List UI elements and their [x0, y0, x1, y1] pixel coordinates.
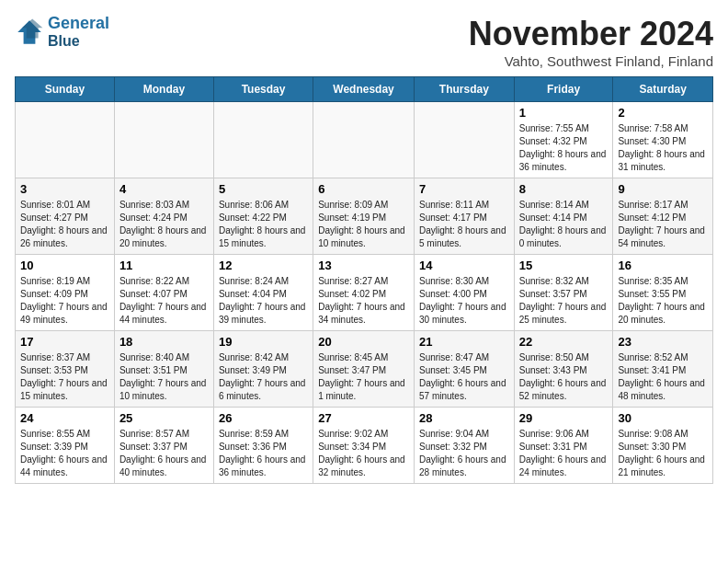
day-number: 2	[618, 106, 708, 120]
day-info: Sunrise: 8:50 AM Sunset: 3:43 PM Dayligh…	[519, 351, 609, 403]
day-number: 11	[119, 259, 209, 272]
weekday-header-saturday: Saturday	[613, 77, 713, 102]
day-number: 10	[20, 259, 109, 272]
day-info: Sunrise: 8:03 AM Sunset: 4:24 PM Dayligh…	[119, 199, 209, 250]
day-info: Sunrise: 8:42 AM Sunset: 3:49 PM Dayligh…	[219, 351, 308, 403]
day-info: Sunrise: 8:14 AM Sunset: 4:14 PM Dayligh…	[519, 199, 609, 250]
day-number: 24	[20, 411, 109, 425]
day-info: Sunrise: 8:17 AM Sunset: 4:12 PM Dayligh…	[618, 199, 708, 250]
day-info: Sunrise: 8:40 AM Sunset: 3:51 PM Dayligh…	[119, 351, 209, 403]
day-info: Sunrise: 8:47 AM Sunset: 3:45 PM Dayligh…	[419, 351, 509, 403]
day-info: Sunrise: 8:30 AM Sunset: 4:00 PM Dayligh…	[419, 275, 509, 327]
day-number: 23	[618, 335, 708, 349]
day-number: 27	[318, 411, 409, 425]
day-number: 17	[20, 335, 109, 349]
weekday-header-tuesday: Tuesday	[213, 77, 313, 102]
day-info: Sunrise: 7:55 AM Sunset: 4:32 PM Dayligh…	[519, 122, 609, 174]
calendar-cell: 2Sunrise: 7:58 AM Sunset: 4:30 PM Daylig…	[613, 102, 713, 178]
logo: General Blue	[15, 15, 109, 49]
day-info: Sunrise: 8:01 AM Sunset: 4:27 PM Dayligh…	[20, 199, 109, 250]
day-info: Sunrise: 9:08 AM Sunset: 3:30 PM Dayligh…	[618, 428, 708, 479]
week-row-4: 17Sunrise: 8:37 AM Sunset: 3:53 PM Dayli…	[16, 331, 713, 408]
day-number: 9	[618, 182, 708, 196]
day-info: Sunrise: 8:45 AM Sunset: 3:47 PM Dayligh…	[318, 351, 409, 403]
calendar-cell: 17Sunrise: 8:37 AM Sunset: 3:53 PM Dayli…	[16, 331, 115, 408]
day-number: 3	[20, 182, 109, 196]
calendar-cell: 16Sunrise: 8:35 AM Sunset: 3:55 PM Dayli…	[613, 255, 713, 331]
day-info: Sunrise: 8:52 AM Sunset: 3:41 PM Dayligh…	[618, 351, 708, 403]
calendar-cell: 24Sunrise: 8:55 AM Sunset: 3:39 PM Dayli…	[16, 408, 115, 484]
calendar-cell: 27Sunrise: 9:02 AM Sunset: 3:34 PM Dayli…	[313, 408, 415, 484]
week-row-1: 1Sunrise: 7:55 AM Sunset: 4:32 PM Daylig…	[16, 102, 713, 178]
calendar-cell: 7Sunrise: 8:11 AM Sunset: 4:17 PM Daylig…	[414, 178, 514, 255]
calendar-cell: 23Sunrise: 8:52 AM Sunset: 3:41 PM Dayli…	[613, 331, 713, 408]
day-number: 16	[618, 259, 708, 272]
calendar-cell: 4Sunrise: 8:03 AM Sunset: 4:24 PM Daylig…	[114, 178, 213, 255]
week-row-5: 24Sunrise: 8:55 AM Sunset: 3:39 PM Dayli…	[16, 408, 713, 484]
day-info: Sunrise: 8:22 AM Sunset: 4:07 PM Dayligh…	[119, 275, 209, 327]
weekday-header-wednesday: Wednesday	[313, 77, 415, 102]
day-number: 8	[519, 182, 609, 196]
calendar-cell: 29Sunrise: 9:06 AM Sunset: 3:31 PM Dayli…	[514, 408, 613, 484]
calendar-cell: 26Sunrise: 8:59 AM Sunset: 3:36 PM Dayli…	[213, 408, 313, 484]
calendar-cell	[414, 102, 514, 178]
day-number: 5	[219, 182, 308, 196]
day-info: Sunrise: 8:59 AM Sunset: 3:36 PM Dayligh…	[219, 428, 308, 479]
day-number: 28	[419, 411, 509, 425]
day-info: Sunrise: 9:02 AM Sunset: 3:34 PM Dayligh…	[318, 428, 409, 479]
day-number: 26	[219, 411, 308, 425]
day-number: 1	[519, 106, 609, 120]
day-info: Sunrise: 9:04 AM Sunset: 3:32 PM Dayligh…	[419, 428, 509, 479]
day-info: Sunrise: 8:19 AM Sunset: 4:09 PM Dayligh…	[20, 275, 109, 327]
calendar-body: 1Sunrise: 7:55 AM Sunset: 4:32 PM Daylig…	[16, 102, 713, 484]
day-number: 15	[519, 259, 609, 272]
calendar-cell: 15Sunrise: 8:32 AM Sunset: 3:57 PM Dayli…	[514, 255, 613, 331]
calendar-cell: 6Sunrise: 8:09 AM Sunset: 4:19 PM Daylig…	[313, 178, 415, 255]
day-number: 19	[219, 335, 308, 349]
subtitle: Vahto, Southwest Finland, Finland	[469, 53, 713, 69]
weekday-header-row: SundayMondayTuesdayWednesdayThursdayFrid…	[16, 77, 713, 102]
day-info: Sunrise: 8:27 AM Sunset: 4:02 PM Dayligh…	[318, 275, 409, 327]
calendar-cell: 20Sunrise: 8:45 AM Sunset: 3:47 PM Dayli…	[313, 331, 415, 408]
calendar-cell: 25Sunrise: 8:57 AM Sunset: 3:37 PM Dayli…	[114, 408, 213, 484]
day-number: 25	[119, 411, 209, 425]
day-number: 18	[119, 335, 209, 349]
day-number: 30	[618, 411, 708, 425]
calendar-cell: 12Sunrise: 8:24 AM Sunset: 4:04 PM Dayli…	[213, 255, 313, 331]
day-info: Sunrise: 8:55 AM Sunset: 3:39 PM Dayligh…	[20, 428, 109, 479]
day-info: Sunrise: 9:06 AM Sunset: 3:31 PM Dayligh…	[519, 428, 609, 479]
day-number: 21	[419, 335, 509, 349]
day-info: Sunrise: 8:35 AM Sunset: 3:55 PM Dayligh…	[618, 275, 708, 327]
calendar-cell: 28Sunrise: 9:04 AM Sunset: 3:32 PM Dayli…	[414, 408, 514, 484]
calendar-cell: 9Sunrise: 8:17 AM Sunset: 4:12 PM Daylig…	[613, 178, 713, 255]
day-number: 12	[219, 259, 308, 272]
day-info: Sunrise: 8:09 AM Sunset: 4:19 PM Dayligh…	[318, 199, 409, 250]
calendar-cell: 18Sunrise: 8:40 AM Sunset: 3:51 PM Dayli…	[114, 331, 213, 408]
weekday-header-friday: Friday	[514, 77, 613, 102]
month-title: November 2024	[469, 15, 713, 53]
weekday-header-thursday: Thursday	[414, 77, 514, 102]
day-info: Sunrise: 8:57 AM Sunset: 3:37 PM Dayligh…	[119, 428, 209, 479]
calendar-cell: 1Sunrise: 7:55 AM Sunset: 4:32 PM Daylig…	[514, 102, 613, 178]
day-number: 20	[318, 335, 409, 349]
day-number: 29	[519, 411, 609, 425]
calendar-cell	[16, 102, 115, 178]
day-info: Sunrise: 8:37 AM Sunset: 3:53 PM Dayligh…	[20, 351, 109, 403]
logo-text: General Blue	[48, 15, 109, 49]
header: General Blue November 2024 Vahto, Southw…	[15, 15, 713, 69]
week-row-3: 10Sunrise: 8:19 AM Sunset: 4:09 PM Dayli…	[16, 255, 713, 331]
calendar-cell: 10Sunrise: 8:19 AM Sunset: 4:09 PM Dayli…	[16, 255, 115, 331]
calendar-cell: 30Sunrise: 9:08 AM Sunset: 3:30 PM Dayli…	[613, 408, 713, 484]
day-number: 22	[519, 335, 609, 349]
calendar-cell: 11Sunrise: 8:22 AM Sunset: 4:07 PM Dayli…	[114, 255, 213, 331]
calendar-cell: 22Sunrise: 8:50 AM Sunset: 3:43 PM Dayli…	[514, 331, 613, 408]
calendar-cell: 14Sunrise: 8:30 AM Sunset: 4:00 PM Dayli…	[414, 255, 514, 331]
calendar-table: SundayMondayTuesdayWednesdayThursdayFrid…	[15, 76, 713, 484]
weekday-header-monday: Monday	[114, 77, 213, 102]
day-number: 7	[419, 182, 509, 196]
day-number: 6	[318, 182, 409, 196]
calendar-cell: 19Sunrise: 8:42 AM Sunset: 3:49 PM Dayli…	[213, 331, 313, 408]
day-info: Sunrise: 8:06 AM Sunset: 4:22 PM Dayligh…	[219, 199, 308, 250]
calendar-cell	[114, 102, 213, 178]
calendar-cell: 8Sunrise: 8:14 AM Sunset: 4:14 PM Daylig…	[514, 178, 613, 255]
